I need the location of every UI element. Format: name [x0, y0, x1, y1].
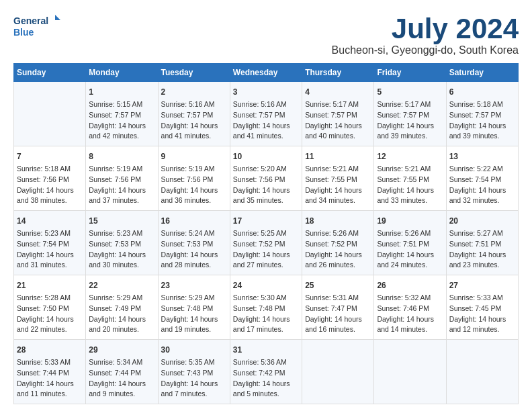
calendar-week-row: 1Sunrise: 5:15 AM Sunset: 7:57 PM Daylig…	[14, 82, 519, 146]
calendar-cell: 14Sunrise: 5:23 AM Sunset: 7:54 PM Dayli…	[14, 211, 86, 275]
calendar-cell: 21Sunrise: 5:28 AM Sunset: 7:50 PM Dayli…	[14, 275, 86, 340]
day-number: 14	[17, 215, 83, 227]
calendar-cell: 6Sunrise: 5:18 AM Sunset: 7:57 PM Daylig…	[446, 82, 518, 146]
calendar-cell: 3Sunrise: 5:16 AM Sunset: 7:57 PM Daylig…	[230, 82, 302, 146]
calendar-cell: 15Sunrise: 5:23 AM Sunset: 7:53 PM Dayli…	[86, 211, 158, 275]
page-subtitle: Bucheon-si, Gyeonggi-do, South Korea	[332, 44, 519, 56]
calendar-cell: 8Sunrise: 5:19 AM Sunset: 7:56 PM Daylig…	[86, 146, 158, 211]
day-number: 17	[233, 215, 299, 227]
logo-svg: General Blue	[13, 13, 60, 40]
calendar-cell: 2Sunrise: 5:16 AM Sunset: 7:57 PM Daylig…	[158, 82, 230, 146]
day-info: Sunrise: 5:23 AM Sunset: 7:54 PM Dayligh…	[17, 229, 74, 269]
calendar-table: SundayMondayTuesdayWednesdayThursdayFrid…	[13, 63, 519, 404]
calendar-cell: 22Sunrise: 5:29 AM Sunset: 7:49 PM Dayli…	[86, 275, 158, 340]
day-number: 18	[305, 215, 371, 227]
calendar-cell	[374, 340, 446, 404]
day-info: Sunrise: 5:36 AM Sunset: 7:42 PM Dayligh…	[233, 358, 290, 398]
day-number: 12	[377, 150, 443, 163]
day-info: Sunrise: 5:29 AM Sunset: 7:48 PM Dayligh…	[161, 293, 218, 333]
header-row: SundayMondayTuesdayWednesdayThursdayFrid…	[14, 64, 519, 82]
day-info: Sunrise: 5:31 AM Sunset: 7:47 PM Dayligh…	[305, 293, 362, 333]
calendar-cell: 4Sunrise: 5:17 AM Sunset: 7:57 PM Daylig…	[302, 82, 374, 146]
day-number: 13	[449, 150, 515, 163]
header-day: Saturday	[446, 64, 518, 82]
day-number: 30	[161, 344, 227, 356]
day-number: 16	[161, 215, 227, 227]
day-number: 6	[449, 86, 515, 98]
day-number: 4	[305, 86, 371, 98]
day-number: 24	[233, 279, 299, 291]
header-day: Monday	[86, 64, 158, 82]
svg-text:Blue: Blue	[13, 27, 34, 38]
day-number: 26	[377, 279, 443, 291]
svg-text:General: General	[13, 15, 48, 26]
page-header: General Blue July 2024 Bucheon-si, Gyeon…	[13, 13, 519, 56]
calendar-cell: 5Sunrise: 5:17 AM Sunset: 7:57 PM Daylig…	[374, 82, 446, 146]
logo: General Blue	[13, 13, 60, 40]
day-info: Sunrise: 5:21 AM Sunset: 7:55 PM Dayligh…	[377, 165, 434, 204]
header-day: Thursday	[302, 64, 374, 82]
calendar-cell: 25Sunrise: 5:31 AM Sunset: 7:47 PM Dayli…	[302, 275, 374, 340]
day-number: 3	[233, 86, 299, 98]
day-info: Sunrise: 5:22 AM Sunset: 7:54 PM Dayligh…	[449, 165, 506, 204]
svg-marker-2	[55, 15, 60, 20]
day-number: 2	[161, 86, 227, 98]
day-info: Sunrise: 5:16 AM Sunset: 7:57 PM Dayligh…	[233, 100, 290, 140]
day-info: Sunrise: 5:33 AM Sunset: 7:44 PM Dayligh…	[17, 358, 74, 398]
day-info: Sunrise: 5:25 AM Sunset: 7:52 PM Dayligh…	[233, 229, 290, 269]
day-info: Sunrise: 5:19 AM Sunset: 7:56 PM Dayligh…	[89, 165, 146, 204]
day-info: Sunrise: 5:29 AM Sunset: 7:49 PM Dayligh…	[89, 293, 146, 333]
calendar-cell: 19Sunrise: 5:26 AM Sunset: 7:51 PM Dayli…	[374, 211, 446, 275]
calendar-cell: 9Sunrise: 5:19 AM Sunset: 7:56 PM Daylig…	[158, 146, 230, 211]
header-day: Tuesday	[158, 64, 230, 82]
day-info: Sunrise: 5:33 AM Sunset: 7:45 PM Dayligh…	[449, 293, 506, 333]
calendar-cell: 13Sunrise: 5:22 AM Sunset: 7:54 PM Dayli…	[446, 146, 518, 211]
calendar-cell: 30Sunrise: 5:35 AM Sunset: 7:43 PM Dayli…	[158, 340, 230, 404]
day-info: Sunrise: 5:26 AM Sunset: 7:51 PM Dayligh…	[377, 229, 434, 269]
day-info: Sunrise: 5:35 AM Sunset: 7:43 PM Dayligh…	[161, 358, 218, 398]
day-number: 25	[305, 279, 371, 291]
calendar-cell: 16Sunrise: 5:24 AM Sunset: 7:53 PM Dayli…	[158, 211, 230, 275]
calendar-cell	[14, 82, 86, 146]
day-info: Sunrise: 5:18 AM Sunset: 7:56 PM Dayligh…	[17, 165, 74, 204]
day-number: 29	[89, 344, 154, 356]
day-number: 22	[89, 279, 154, 291]
calendar-cell: 10Sunrise: 5:20 AM Sunset: 7:56 PM Dayli…	[230, 146, 302, 211]
day-number: 9	[161, 150, 227, 163]
calendar-cell: 18Sunrise: 5:26 AM Sunset: 7:52 PM Dayli…	[302, 211, 374, 275]
calendar-cell: 24Sunrise: 5:30 AM Sunset: 7:48 PM Dayli…	[230, 275, 302, 340]
day-info: Sunrise: 5:27 AM Sunset: 7:51 PM Dayligh…	[449, 229, 506, 269]
calendar-cell: 20Sunrise: 5:27 AM Sunset: 7:51 PM Dayli…	[446, 211, 518, 275]
calendar-cell: 26Sunrise: 5:32 AM Sunset: 7:46 PM Dayli…	[374, 275, 446, 340]
day-info: Sunrise: 5:32 AM Sunset: 7:46 PM Dayligh…	[377, 293, 434, 333]
calendar-cell: 29Sunrise: 5:34 AM Sunset: 7:44 PM Dayli…	[86, 340, 158, 404]
header-day: Friday	[374, 64, 446, 82]
day-info: Sunrise: 5:24 AM Sunset: 7:53 PM Dayligh…	[161, 229, 218, 269]
day-number: 5	[377, 86, 443, 98]
day-number: 27	[449, 279, 515, 291]
day-number: 15	[89, 215, 154, 227]
calendar-week-row: 28Sunrise: 5:33 AM Sunset: 7:44 PM Dayli…	[14, 340, 519, 404]
calendar-cell: 11Sunrise: 5:21 AM Sunset: 7:55 PM Dayli…	[302, 146, 374, 211]
header-day: Wednesday	[230, 64, 302, 82]
calendar-cell: 31Sunrise: 5:36 AM Sunset: 7:42 PM Dayli…	[230, 340, 302, 404]
title-block: July 2024 Bucheon-si, Gyeonggi-do, South…	[332, 13, 519, 56]
calendar-week-row: 7Sunrise: 5:18 AM Sunset: 7:56 PM Daylig…	[14, 146, 519, 211]
day-number: 8	[89, 150, 154, 163]
calendar-cell: 7Sunrise: 5:18 AM Sunset: 7:56 PM Daylig…	[14, 146, 86, 211]
day-number: 20	[449, 215, 515, 227]
day-info: Sunrise: 5:19 AM Sunset: 7:56 PM Dayligh…	[161, 165, 218, 204]
day-info: Sunrise: 5:23 AM Sunset: 7:53 PM Dayligh…	[89, 229, 146, 269]
calendar-week-row: 21Sunrise: 5:28 AM Sunset: 7:50 PM Dayli…	[14, 275, 519, 340]
calendar-cell: 1Sunrise: 5:15 AM Sunset: 7:57 PM Daylig…	[86, 82, 158, 146]
calendar-cell: 12Sunrise: 5:21 AM Sunset: 7:55 PM Dayli…	[374, 146, 446, 211]
day-number: 7	[17, 150, 83, 163]
day-info: Sunrise: 5:20 AM Sunset: 7:56 PM Dayligh…	[233, 165, 290, 204]
day-info: Sunrise: 5:16 AM Sunset: 7:57 PM Dayligh…	[161, 100, 218, 140]
calendar-cell	[302, 340, 374, 404]
calendar-cell: 17Sunrise: 5:25 AM Sunset: 7:52 PM Dayli…	[230, 211, 302, 275]
day-number: 28	[17, 344, 83, 356]
day-number: 10	[233, 150, 299, 163]
day-number: 21	[17, 279, 83, 291]
calendar-cell: 27Sunrise: 5:33 AM Sunset: 7:45 PM Dayli…	[446, 275, 518, 340]
